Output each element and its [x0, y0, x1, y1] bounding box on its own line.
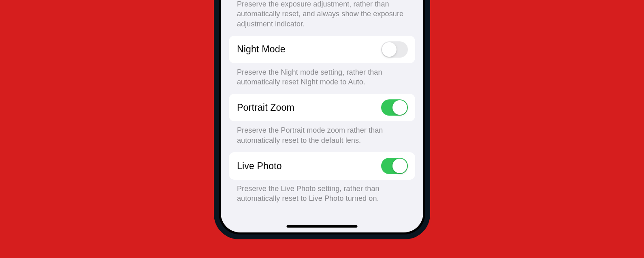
night-mode-description: Preserve the Night mode setting, rather … — [229, 63, 415, 94]
toggle-knob — [392, 100, 407, 115]
home-indicator[interactable] — [287, 225, 358, 228]
toggle-knob — [382, 42, 397, 57]
phone-frame: Preserve the exposure adjustment, rather… — [214, 0, 430, 239]
portrait-zoom-row: Portrait Zoom — [229, 94, 415, 121]
night-mode-label: Night Mode — [237, 44, 286, 55]
portrait-zoom-description: Preserve the Portrait mode zoom rather t… — [229, 121, 415, 152]
phone-inner: Preserve the exposure adjustment, rather… — [219, 0, 425, 234]
phone-screen: Preserve the exposure adjustment, rather… — [221, 0, 423, 232]
live-photo-toggle[interactable] — [381, 158, 408, 174]
exposure-description: Preserve the exposure adjustment, rather… — [229, 0, 415, 36]
live-photo-description: Preserve the Live Photo setting, rather … — [229, 180, 415, 211]
night-mode-row: Night Mode — [229, 36, 415, 63]
toggle-knob — [392, 159, 407, 173]
live-photo-label: Live Photo — [237, 161, 282, 172]
portrait-zoom-label: Portrait Zoom — [237, 102, 294, 113]
settings-content: Preserve the exposure adjustment, rather… — [221, 0, 423, 211]
night-mode-toggle[interactable] — [381, 41, 408, 58]
portrait-zoom-toggle[interactable] — [381, 99, 408, 116]
live-photo-row: Live Photo — [229, 152, 415, 180]
